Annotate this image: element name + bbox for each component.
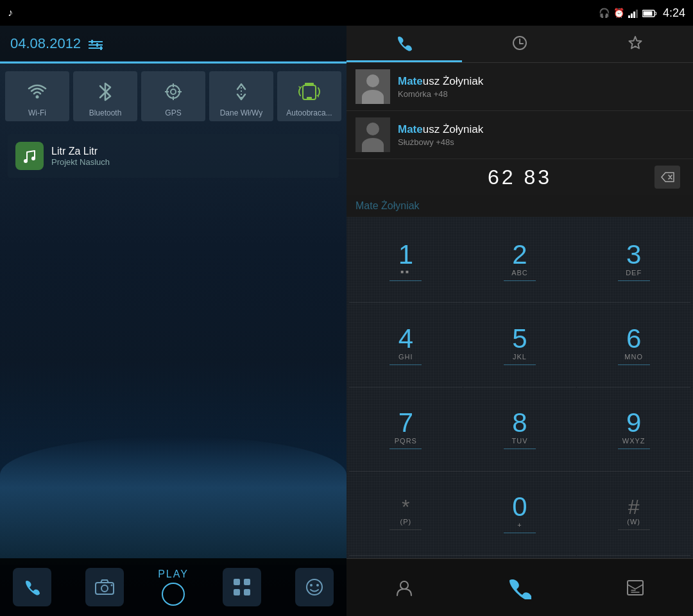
- dial-key-*[interactable]: *(P): [349, 472, 463, 556]
- dial-key-1[interactable]: 1■■: [349, 219, 463, 303]
- backspace-button[interactable]: [654, 166, 680, 189]
- gps-icon: [159, 78, 187, 106]
- battery-icon: [642, 8, 656, 18]
- name-rest-1: usz Żołyniak: [423, 75, 483, 87]
- contact-name-1: Mateusz Żołyniak: [398, 75, 684, 88]
- contact-detail-2: Służbowy +48s: [398, 137, 684, 147]
- key-underline-#: [618, 529, 650, 530]
- key-num-9: 9: [626, 409, 641, 436]
- svg-rect-5: [100, 46, 102, 50]
- autorotate-label: Autoobraca...: [286, 108, 332, 117]
- quick-toggles-row: Wi-Fi Bluetooth GPS: [0, 64, 346, 129]
- key-letters-#: (W): [627, 518, 640, 527]
- name-highlight-2: Mate: [398, 123, 423, 135]
- phone-app-icon[interactable]: [13, 568, 51, 606]
- tab-favorites[interactable]: [578, 26, 693, 62]
- key-num-6: 6: [626, 325, 641, 352]
- key-letters-2: ABC: [511, 269, 528, 278]
- name-rest-2: usz Żołyniak: [423, 123, 483, 135]
- voicemail-button[interactable]: [610, 578, 661, 597]
- svg-point-18: [31, 157, 35, 160]
- data-transfer-icon: [227, 78, 255, 106]
- key-num-8: 8: [512, 409, 527, 436]
- toggle-bluetooth[interactable]: Bluetooth: [73, 71, 137, 121]
- svg-rect-15: [305, 83, 314, 85]
- headphones-icon: 🎧: [599, 8, 610, 18]
- bluetooth-label: Bluetooth: [89, 108, 122, 117]
- date-display: 04.08.2012: [10, 35, 81, 52]
- key-letters-*: (P): [400, 518, 411, 527]
- svg-rect-25: [244, 589, 250, 595]
- contact-item-2[interactable]: Mateusz Żołyniak Służbowy +48s: [346, 111, 693, 159]
- bluetooth-icon: [91, 78, 119, 106]
- svg-point-8: [171, 89, 176, 94]
- key-num-7: 7: [398, 409, 413, 436]
- svg-rect-3: [91, 40, 93, 44]
- svg-rect-31: [633, 12, 635, 18]
- svg-point-36: [400, 581, 408, 589]
- data-label: Dane Wł/Wy: [220, 108, 263, 117]
- key-letters-0: +: [517, 521, 522, 530]
- dialer-display: 62 83: [346, 159, 693, 195]
- contact-avatar-2: [355, 117, 390, 152]
- contacts-button[interactable]: [379, 578, 430, 597]
- equalizer-icon[interactable]: [89, 36, 103, 51]
- svg-point-21: [111, 585, 113, 586]
- svg-rect-24: [234, 589, 240, 595]
- key-num-*: *: [402, 497, 409, 517]
- tab-recent[interactable]: [462, 26, 578, 62]
- key-underline-1: [389, 280, 422, 281]
- gps-label: GPS: [165, 108, 181, 117]
- toggle-autorotate[interactable]: Autoobraca...: [277, 71, 341, 121]
- dial-key-4[interactable]: 4GHI: [349, 304, 463, 387]
- key-underline-9: [618, 449, 650, 449]
- dialpad: 1■■2ABC3DEF4GHI5JKL6MNO7PQRS8TUV9WXYZ*(P…: [346, 217, 693, 558]
- music-app-icon: [15, 142, 44, 170]
- key-letters-7: PQRS: [395, 437, 417, 446]
- svg-rect-23: [244, 579, 250, 585]
- dial-key-2[interactable]: 2ABC: [463, 219, 577, 303]
- svg-rect-1: [89, 44, 103, 46]
- key-num-#: #: [628, 497, 640, 517]
- music-status-icon: ♪: [8, 7, 13, 19]
- dial-key-#[interactable]: #(W): [577, 472, 690, 556]
- contact-item-1[interactable]: Mateusz Żołyniak Komórka +48: [346, 63, 693, 111]
- toggle-data[interactable]: Dane Wł/Wy: [209, 71, 273, 121]
- call-button[interactable]: [494, 576, 545, 599]
- svg-rect-19: [96, 583, 114, 594]
- tab-phone[interactable]: [346, 26, 462, 62]
- svg-point-28: [316, 584, 319, 586]
- dial-key-3[interactable]: 3DEF: [577, 219, 690, 303]
- key-num-3: 3: [626, 241, 641, 268]
- dial-key-9[interactable]: 9WXYZ: [577, 388, 690, 472]
- svg-rect-0: [89, 41, 103, 42]
- status-bar-right: 🎧 ⏰ 4:24: [346, 0, 693, 26]
- svg-rect-16: [307, 97, 312, 100]
- dial-key-7[interactable]: 7PQRS: [349, 388, 463, 472]
- play-label[interactable]: PLAY: [158, 569, 189, 580]
- dial-key-0[interactable]: 0+: [463, 472, 577, 556]
- svg-rect-29: [628, 15, 630, 18]
- name-highlight-1: Mate: [398, 75, 423, 87]
- emoji-app-icon[interactable]: [295, 568, 334, 606]
- toggle-gps[interactable]: GPS: [141, 71, 205, 121]
- key-underline-*: [389, 529, 422, 530]
- phone-tab-bar: [346, 26, 693, 63]
- grid-app-icon[interactable]: [223, 568, 261, 606]
- key-letters-5: JKL: [513, 353, 527, 362]
- avatar-image-2: [355, 117, 390, 152]
- dial-key-5[interactable]: 5JKL: [463, 304, 577, 387]
- contact-info-1: Mateusz Żołyniak Komórka +48: [398, 75, 684, 99]
- key-num-0: 0: [512, 493, 527, 520]
- dialer-input: 62 83: [385, 166, 654, 189]
- toggle-wifi[interactable]: Wi-Fi: [5, 71, 69, 121]
- contact-avatar-1: [355, 69, 390, 104]
- dial-key-8[interactable]: 8TUV: [463, 388, 577, 472]
- camera-app-icon[interactable]: [85, 568, 124, 606]
- home-button[interactable]: [162, 583, 185, 606]
- dial-key-6[interactable]: 6MNO: [577, 304, 690, 387]
- key-underline-6: [618, 364, 650, 365]
- key-underline-2: [504, 280, 536, 281]
- key-letters-4: GHI: [398, 353, 413, 362]
- key-num-4: 4: [398, 325, 413, 352]
